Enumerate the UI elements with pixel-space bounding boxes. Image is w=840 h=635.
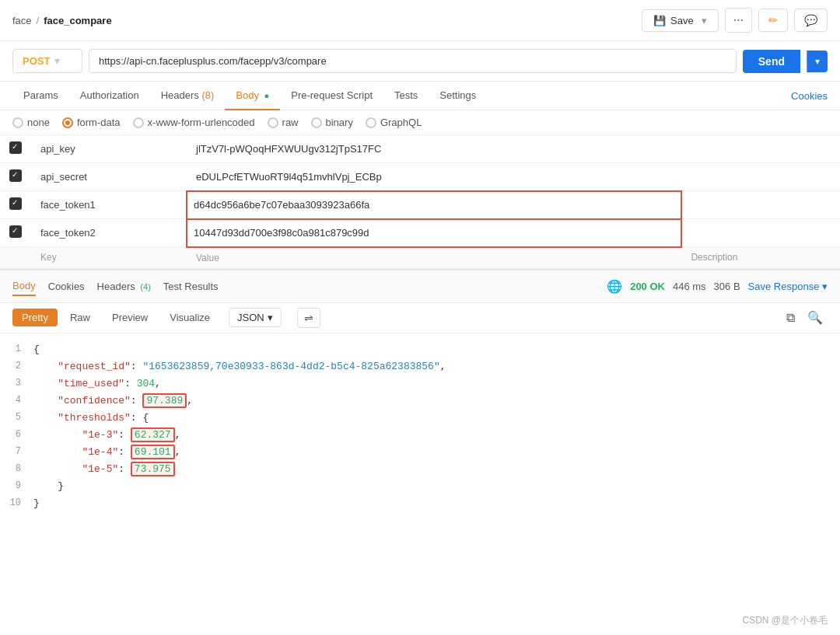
table-row: api_secreteDULPcfETWuoRT9l4q51mvhlVpj_EC… <box>0 163 840 191</box>
param-value-3[interactable]: 10447d93dd700e3f98c0a981c879c99d <box>187 219 681 247</box>
line-number-3: 3 <box>6 375 33 393</box>
save-dropdown-icon: ▾ <box>702 15 707 26</box>
response-tab-test-results[interactable]: Test Results <box>163 277 219 295</box>
format-tab-visualize[interactable]: Visualize <box>160 309 219 326</box>
param-value-1[interactable]: eDULPcfETWuoRT9l4q51mvhlVpj_ECBp <box>187 163 681 191</box>
code-line-4: 4 "confidence": 97.389, <box>0 393 840 410</box>
radio-form-data <box>62 117 73 128</box>
save-button[interactable]: 💾 Save ▾ <box>642 9 719 32</box>
url-bar: POST ▾ Send ▾ <box>0 41 840 82</box>
response-tab-body[interactable]: Body <box>12 277 36 296</box>
line-content-7: "1e-4": 69.101, <box>33 444 834 461</box>
line-number-6: 6 <box>6 427 33 444</box>
radio-none <box>12 117 23 128</box>
line-number-1: 1 <box>6 341 33 358</box>
tab-params[interactable]: Params <box>12 82 69 110</box>
code-line-9: 9 } <box>0 478 840 495</box>
format-type-label: JSON <box>237 312 264 323</box>
globe-icon: 🌐 <box>607 279 622 294</box>
param-checkbox-0[interactable] <box>9 141 22 154</box>
method-label: POST <box>23 55 50 67</box>
comment-button[interactable]: 💬 <box>794 9 828 32</box>
param-value-0[interactable]: jlTzV7l-pWQoqHFXWUUgv312jTpS17FC <box>187 135 681 163</box>
tab-authorization[interactable]: Authorization <box>69 82 150 110</box>
response-tab-headers[interactable]: Headers (4) <box>97 277 151 295</box>
code-line-3: 3 "time_used": 304, <box>0 375 840 393</box>
tab-settings[interactable]: Settings <box>429 82 487 110</box>
send-button[interactable]: Send <box>743 50 800 73</box>
copy-icon[interactable]: ⧉ <box>782 309 800 326</box>
wrap-icon[interactable]: ⇌ <box>297 308 320 328</box>
line-content-5: "thresholds": { <box>33 410 834 427</box>
table-row: face_token210447d93dd700e3f98c0a981c879c… <box>0 219 840 247</box>
param-desc-0 <box>681 135 840 163</box>
line-content-8: "1e-5": 73.975 <box>33 461 834 478</box>
format-type-select[interactable]: JSON ▾ <box>229 308 282 327</box>
option-binary-label: binary <box>326 117 353 128</box>
radio-raw <box>268 117 278 128</box>
option-none[interactable]: none <box>12 117 50 128</box>
code-line-2: 2 "request_id": "1653623859,70e30933-863… <box>0 358 840 375</box>
option-raw-label: raw <box>282 117 299 128</box>
code-line-6: 6 "1e-3": 62.327, <box>0 427 840 444</box>
breadcrumb: face / face_compare 💾 Save ▾ ··· ✏ 💬 <box>0 0 840 41</box>
line-number-2: 2 <box>6 358 33 375</box>
param-value-2[interactable]: d64dc956a6be7c07ebaa3093923a66fa <box>187 191 681 219</box>
param-checkbox-2[interactable] <box>9 197 22 210</box>
col-value-header: Value <box>187 247 681 269</box>
more-options-button[interactable]: ··· <box>725 8 752 33</box>
param-key-1: api_secret <box>31 163 187 191</box>
table-row: face_token1d64dc956a6be7c07ebaa3093923a6… <box>0 191 840 219</box>
option-urlencoded[interactable]: x-www-form-urlencoded <box>133 117 255 128</box>
option-graphql[interactable]: GraphQL <box>366 117 422 128</box>
option-none-label: none <box>27 117 50 128</box>
line-number-5: 5 <box>6 410 33 427</box>
format-tabs: Pretty Raw Preview Visualize JSON ▾ ⇌ ⧉ … <box>0 303 840 333</box>
line-content-1: { <box>33 341 834 358</box>
response-tab-cookies[interactable]: Cookies <box>48 277 85 295</box>
option-urlencoded-label: x-www-form-urlencoded <box>148 117 255 128</box>
param-checkbox-3[interactable] <box>9 225 22 238</box>
tab-prerequest[interactable]: Pre-request Script <box>280 82 383 110</box>
search-code-icon[interactable]: 🔍 <box>803 309 828 326</box>
param-key-3: face_token2 <box>31 219 187 247</box>
format-type-dropdown: ▾ <box>268 312 273 323</box>
param-key-2: face_token1 <box>31 191 187 219</box>
status-size: 306 B <box>714 281 740 292</box>
format-tab-pretty[interactable]: Pretty <box>12 309 58 326</box>
breadcrumb-parent[interactable]: face <box>12 15 32 26</box>
method-dropdown-icon: ▾ <box>54 55 60 67</box>
col-key-header: Key <box>31 247 187 269</box>
line-content-6: "1e-3": 62.327, <box>33 427 834 444</box>
format-tab-raw[interactable]: Raw <box>61 309 100 326</box>
option-graphql-label: GraphQL <box>380 117 422 128</box>
param-desc-1 <box>681 163 840 191</box>
tab-tests[interactable]: Tests <box>383 82 429 110</box>
code-area: 1{2 "request_id": "1653623859,70e30933-8… <box>0 333 840 521</box>
line-content-10: } <box>33 495 834 512</box>
line-number-10: 10 <box>6 495 33 512</box>
col-desc-header: Description <box>681 247 840 269</box>
option-binary[interactable]: binary <box>311 117 353 128</box>
param-desc-3 <box>681 219 840 247</box>
breadcrumb-actions: 💾 Save ▾ ··· ✏ 💬 <box>642 8 828 33</box>
radio-binary <box>311 117 322 128</box>
method-select[interactable]: POST ▾ <box>12 49 82 73</box>
send-dropdown-button[interactable]: ▾ <box>807 51 828 72</box>
option-form-data[interactable]: form-data <box>62 117 121 128</box>
code-line-7: 7 "1e-4": 69.101, <box>0 444 840 461</box>
line-number-4: 4 <box>6 393 33 410</box>
tab-body[interactable]: Body ● <box>225 82 280 110</box>
option-raw[interactable]: raw <box>268 117 299 128</box>
edit-button[interactable]: ✏ <box>758 9 788 32</box>
url-input[interactable] <box>89 49 737 73</box>
format-tab-preview[interactable]: Preview <box>103 309 157 326</box>
radio-graphql <box>366 117 376 128</box>
save-response-button[interactable]: Save Response ▾ <box>748 281 828 292</box>
status-time: 446 ms <box>673 281 706 292</box>
radio-urlencoded <box>133 117 144 128</box>
tab-headers[interactable]: Headers (8) <box>150 82 226 110</box>
save-icon: 💾 <box>653 15 666 26</box>
cookies-link[interactable]: Cookies <box>791 90 828 102</box>
param-checkbox-1[interactable] <box>9 169 22 182</box>
